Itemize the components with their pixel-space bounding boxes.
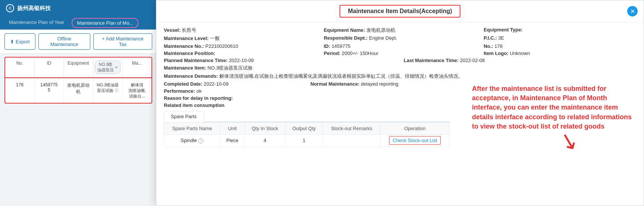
- cell-desc: 解体清洗喷油嘴,试验台...: [122, 79, 151, 103]
- tab-nav: Spare Parts: [164, 111, 450, 122]
- col-operation: Operation: [381, 123, 450, 135]
- maint-item-value: NO.3喷油器泵压试验: [207, 65, 253, 71]
- spare-part-remarks: [323, 135, 381, 147]
- pic-field: P.I.C.: 3E: [484, 35, 636, 42]
- col-unit: Unit: [220, 123, 245, 135]
- performance-value: ok: [196, 88, 201, 94]
- maint-level-value: 一般: [210, 36, 220, 41]
- col-output-qty: Output Qty: [285, 123, 323, 135]
- maint-no-field: Maintenance No.: P22100200610: [164, 43, 316, 49]
- toolbar: ⬆ Export Offline Maintenance + Add Maint…: [0, 30, 157, 54]
- vessel-field: Vessel: 长胜号: [164, 27, 316, 34]
- period-field: Period: 2000+/- 150Hour: [324, 50, 476, 56]
- export-icon: ⬆: [10, 39, 14, 44]
- maint-demands-field: Maintenance Demands: 解体清洗喷油嘴,在试验台上检查喷油嘴雾…: [164, 73, 636, 80]
- tabs-section: Spare Parts Spare Parts Name Unit Qty In…: [164, 111, 450, 147]
- id-field: ID: 1459775: [324, 43, 476, 49]
- spare-part-name: Spindle i: [164, 135, 220, 147]
- completed-date-value: 2022-10-09: [204, 81, 229, 87]
- col-id: ID: [35, 58, 64, 77]
- col-filter[interactable]: NO.3喷油器泵压 ✕: [93, 58, 123, 77]
- normal-maint-field: Normal Maintenance: delayed reporting: [310, 81, 450, 87]
- col-equipment: Equipment: [64, 58, 93, 77]
- logo-icon: ©: [6, 4, 14, 12]
- spare-parts-row: Spindle i Piece 4 1 Check Stock-out List: [164, 135, 450, 147]
- modal: Maintenance Item Details(Accepting) ✕ Ve…: [156, 0, 644, 206]
- planned-time-value: 2022-10-09: [229, 58, 254, 63]
- spare-part-operation: Check Stock-out List: [381, 135, 450, 147]
- col-stock-out-remarks: Stock-out Remarks: [323, 123, 381, 135]
- no-field: No.: 178: [484, 43, 636, 49]
- modal-title: Maintenance Item Details(Accepting): [340, 5, 460, 18]
- vessel-label: Vessel:: [164, 27, 181, 33]
- resp-dept-label: Responsible Dept.:: [324, 35, 368, 41]
- item-logo-field: Item Logo: Unknown: [484, 50, 636, 56]
- table-header: No. ID Equipment NO.3喷油器泵压 ✕ Ma...: [4, 57, 152, 78]
- equipment-name-field: Equipment Name: 发电机原动机: [324, 27, 476, 34]
- equipment-type-field: Equipment Type:: [484, 27, 636, 34]
- table-row[interactable]: 178 14597755 发电机原动机 NO.3喷油器泵压试验 ① 解体清洗喷油…: [5, 78, 151, 103]
- spare-part-output-qty: 1: [285, 135, 323, 147]
- lower-section: Completed Date: 2022-10-09 Normal Mainte…: [164, 81, 636, 154]
- export-button[interactable]: ⬆ Export: [4, 33, 35, 50]
- maint-item-field: Maintenance Item: NO.3喷油器泵压试验: [164, 65, 636, 71]
- cell-id: 14597755: [35, 79, 64, 103]
- period-label: Period:: [324, 50, 341, 56]
- check-stockout-link[interactable]: Check Stock-out List: [389, 136, 440, 145]
- cell-no: 178: [5, 79, 35, 103]
- tab-year[interactable]: Maintenance Plan of Year: [3, 16, 70, 30]
- add-task-button[interactable]: + Add Maintenance Tas: [93, 33, 152, 50]
- col-ma: Ma...: [122, 58, 151, 77]
- performance-field: Performance: ok: [164, 88, 450, 94]
- equip-name-value: 发电机原动机: [366, 27, 396, 33]
- spare-parts-tab[interactable]: Spare Parts: [164, 111, 204, 122]
- tab-bar: Maintenance Plan of Year Maintenance Pla…: [0, 16, 157, 30]
- last-time-field: Last Maintenance Time: 2022-02-08: [404, 58, 636, 63]
- normal-maint-value: delayed reporting: [361, 81, 398, 87]
- equip-type-label: Equipment Type:: [484, 27, 522, 33]
- company-name: 扬州高银科技: [17, 5, 51, 12]
- tab-month[interactable]: Maintenance Plan of Mo...: [72, 18, 138, 28]
- spare-part-unit: Piece: [220, 135, 245, 147]
- last-time-value: 2022-02-08: [460, 58, 485, 63]
- close-button[interactable]: ✕: [627, 6, 638, 16]
- item-logo-label: Item Logo:: [484, 50, 508, 56]
- no-label: No.:: [484, 43, 493, 49]
- delay-reason-field: Reason for delay in reporting:: [164, 95, 450, 101]
- performance-label: Performance:: [164, 88, 195, 94]
- maint-level-label: Maintenance Level:: [164, 36, 209, 41]
- item-logo-value: Unknown: [510, 50, 530, 56]
- maint-level-field: Maintenance Level: 一般: [164, 35, 316, 42]
- maint-demands-label: Maintenance Demands:: [164, 73, 218, 79]
- offline-button[interactable]: Offline Maintenance: [38, 33, 90, 50]
- modal-body: Vessel: 长胜号 Equipment Name: 发电机原动机 Equip…: [156, 22, 644, 206]
- completed-date-label: Completed Date:: [164, 81, 202, 87]
- resp-dept-value: Engine Dept.: [369, 35, 397, 41]
- no-value: 178: [494, 43, 503, 49]
- pic-value: 3E: [498, 35, 504, 41]
- cell-item: NO.3喷油器泵压试验 ①: [93, 79, 123, 103]
- equip-name-label: Equipment Name:: [324, 27, 365, 33]
- table-body: 178 14597755 发电机原动机 NO.3喷油器泵压试验 ① 解体清洗喷油…: [4, 78, 152, 104]
- col-qty-in-stock: Qty In Stock: [245, 123, 285, 135]
- delay-reason-label: Reason for delay in reporting:: [164, 95, 233, 101]
- annotation-area: After the maintenance list is submitted …: [457, 81, 636, 154]
- resp-dept-field: Responsible Dept.: Engine Dept.: [324, 35, 476, 42]
- id-value: 1459775: [332, 43, 351, 49]
- spare-part-qty-stock: 4: [245, 135, 285, 147]
- info-icon[interactable]: i: [198, 138, 203, 144]
- pic-label: P.I.C.:: [484, 35, 497, 41]
- maint-demands-value: 解体清洗喷油嘴,在试验台上检查喷油嘴雾化及滴漏状况或者根据实际单缸工况（排温、排…: [219, 73, 463, 79]
- left-info: Completed Date: 2022-10-09 Normal Mainte…: [164, 81, 450, 154]
- maint-pos-field: Maintenance Position:: [164, 50, 316, 56]
- col-spare-parts-name: Spare Parts Name: [164, 123, 220, 135]
- planned-time-label: Planned Maintenance Time:: [164, 58, 228, 63]
- col-no: No.: [5, 58, 35, 77]
- maint-item-label: Maintenance Item:: [164, 65, 206, 71]
- top-bar: © 扬州高银科技: [0, 0, 157, 16]
- maint-pos-label: Maintenance Position:: [164, 50, 215, 56]
- normal-maint-label: Normal Maintenance:: [310, 81, 359, 87]
- id-label: ID:: [324, 43, 330, 49]
- related-consumption-label: Related item consumption: [164, 102, 450, 108]
- maint-no-label: Maintenance No.:: [164, 43, 204, 49]
